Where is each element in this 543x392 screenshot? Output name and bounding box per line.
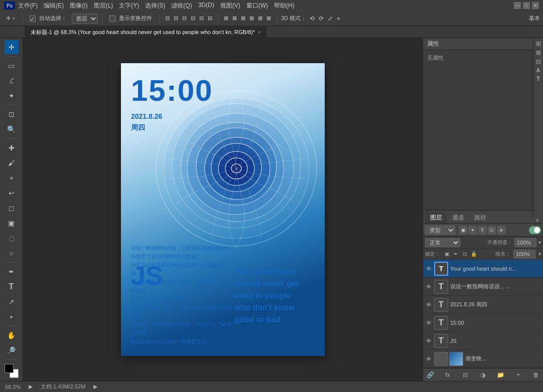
menu-window[interactable]: 窗口(W) — [246, 2, 268, 10]
history-brush-tool-button[interactable]: ↩ — [5, 186, 19, 200]
filter-icon-text[interactable]: T — [478, 226, 486, 234]
align-bottom-btn[interactable]: ⊟ — [206, 13, 214, 25]
lock-position-button[interactable]: ✒ — [452, 251, 459, 258]
layer-item-3[interactable]: 👁 T 15:00 — [423, 314, 543, 332]
marquee-tool-button[interactable]: ▭ — [5, 59, 19, 73]
menu-edit[interactable]: 编辑(E) — [44, 2, 64, 10]
menu-layer[interactable]: 图层(L) — [94, 2, 113, 10]
layer-type-select[interactable]: 图层 — [72, 14, 98, 24]
panel-icon-5[interactable]: ¶ — [536, 75, 539, 81]
fill-arrow[interactable]: ▾ — [538, 251, 541, 257]
panel-icon-1[interactable]: ⊞ — [536, 40, 541, 47]
dodge-tool-button[interactable]: ○ — [5, 246, 19, 260]
clone-tool-button[interactable]: ⌖ — [5, 171, 19, 185]
distribute-v-btn[interactable]: ⊠ — [231, 13, 238, 25]
add-group-button[interactable]: 📁 — [496, 370, 506, 380]
magic-wand-tool-button[interactable]: ✦ — [5, 89, 19, 103]
distribute-h-btn[interactable]: ⊠ — [222, 13, 230, 25]
opacity-input[interactable] — [514, 238, 536, 247]
eyedropper-tool-button[interactable]: 🔍 — [5, 122, 19, 136]
maximize-button[interactable]: □ — [523, 2, 530, 9]
menu-file[interactable]: 文件(F) — [18, 2, 38, 10]
menu-image[interactable]: 图像(I) — [70, 2, 87, 10]
lock-all-button[interactable]: 🔒 — [470, 251, 477, 258]
brush-tool-button[interactable]: 🖌 — [5, 156, 19, 170]
filter-icon-shape[interactable]: ⊡ — [488, 226, 496, 234]
align-left-btn[interactable]: ⊟ — [164, 13, 171, 25]
layer-visibility-2[interactable]: 👁 — [425, 301, 432, 308]
filter-icon-adjust[interactable]: ✦ — [469, 226, 477, 234]
distribute-5-btn[interactable]: ⊠ — [256, 13, 264, 25]
tab-layers[interactable]: 图层 — [425, 212, 447, 223]
menu-text[interactable]: 文字(Y) — [119, 2, 139, 10]
close-button[interactable]: ✕ — [532, 2, 539, 9]
foreground-color-swatch[interactable] — [5, 364, 14, 373]
menu-select[interactable]: 选择(S) — [145, 2, 165, 10]
add-layer-button[interactable]: + — [513, 370, 523, 380]
gradient-tool-button[interactable]: ▣ — [5, 216, 19, 230]
status-arrow[interactable]: ▶ — [29, 383, 33, 390]
text-tool-button[interactable]: T — [5, 280, 19, 294]
align-center-v-btn[interactable]: ⊟ — [198, 13, 205, 25]
menu-filter[interactable]: 滤镜(Q) — [171, 2, 192, 10]
filter-toggle[interactable] — [529, 226, 541, 234]
lock-artboard-button[interactable]: ⊡ — [461, 251, 468, 258]
filter-icon-smart[interactable]: ⊕ — [497, 226, 505, 234]
distribute-6-btn[interactable]: ⊠ — [265, 13, 273, 25]
move-tool[interactable]: ✛ ▾ — [3, 13, 18, 25]
tab-close-button[interactable]: × — [258, 30, 261, 35]
align-center-h-btn[interactable]: ⊟ — [172, 13, 180, 25]
layer-visibility-0[interactable]: 👁 — [425, 265, 432, 272]
delete-layer-button[interactable]: 🗑 — [531, 370, 541, 380]
pen-tool-button[interactable]: ✒ — [5, 265, 19, 279]
layer-visibility-4[interactable]: 👁 — [425, 337, 432, 344]
layer-item-4[interactable]: 👁 T JS — [423, 332, 543, 350]
panel-icon-2[interactable]: ⊠ — [536, 49, 541, 56]
add-adjustment-button[interactable]: ◑ — [478, 370, 488, 380]
opacity-arrow[interactable]: ▾ — [538, 240, 541, 245]
align-top-btn[interactable]: ⊟ — [189, 13, 197, 25]
auto-select-checkbox-container[interactable]: ✓ 自动选择： — [27, 13, 70, 25]
show-transform-checkbox[interactable] — [109, 16, 115, 22]
progress-arrow[interactable]: ▶ — [93, 383, 97, 390]
hand-tool-button[interactable]: ✋ — [5, 328, 19, 342]
menu-bar[interactable]: 文件(F) 编辑(E) 图像(I) 图层(L) 文字(Y) 选择(S) 滤镜(Q… — [18, 2, 295, 10]
move-tool-button[interactable]: ✛ — [5, 40, 19, 54]
minimize-button[interactable]: — — [514, 2, 521, 9]
show-transform-checkbox-container[interactable]: 显示变换控件 — [106, 13, 155, 25]
layer-item-2[interactable]: 👁 T 2021.8.26 周四 — [423, 296, 543, 314]
align-right-btn[interactable]: ⊟ — [181, 13, 188, 25]
mode-btn-2[interactable]: ⟳ — [317, 13, 325, 25]
tab-channels[interactable]: 通道 — [447, 212, 469, 223]
mode-btn-4[interactable]: ⌖ — [335, 13, 342, 25]
tab-paths[interactable]: 路径 — [469, 212, 491, 223]
mode-btn-3[interactable]: ⤢ — [326, 13, 334, 25]
menu-3d[interactable]: 3D(D) — [198, 2, 214, 10]
panel-icon-4[interactable]: A — [536, 67, 540, 73]
layer-visibility-1[interactable]: 👁 — [425, 283, 432, 290]
distribute-3-btn[interactable]: ⊠ — [239, 13, 247, 25]
filter-icon-pixel[interactable]: ▣ — [459, 226, 467, 234]
layer-visibility-5[interactable]: 👁 — [425, 355, 432, 362]
layer-item-1[interactable]: 👁 T 说说一般指网络说说，... — [423, 278, 543, 296]
document-tab[interactable]: 未标题-1 @ 68.3% (Your good heart should ne… — [25, 27, 266, 38]
window-controls[interactable]: — □ ✕ — [514, 2, 539, 9]
add-style-button[interactable]: fx — [443, 370, 453, 380]
add-mask-button[interactable]: ⊟ — [460, 370, 470, 380]
color-swatches[interactable] — [5, 364, 19, 378]
eraser-tool-button[interactable]: ◻ — [5, 201, 19, 215]
shape-tool-button[interactable]: ▪ — [5, 310, 19, 324]
layer-visibility-3[interactable]: 👁 — [425, 319, 432, 326]
menu-help[interactable]: 帮助(H) — [274, 2, 295, 10]
auto-select-checkbox[interactable]: ✓ — [30, 16, 36, 22]
layer-filter-select[interactable]: 类型 — [425, 226, 455, 235]
blur-tool-button[interactable]: ◌ — [5, 231, 19, 245]
panel-icon-3[interactable]: ⊟ — [536, 58, 541, 65]
path-select-tool-button[interactable]: ↗ — [5, 295, 19, 309]
fill-input[interactable] — [513, 250, 535, 259]
blend-mode-select[interactable]: 正常 — [425, 238, 460, 247]
lock-pixel-button[interactable]: ▣ — [443, 251, 450, 258]
healing-tool-button[interactable]: ✚ — [5, 141, 19, 155]
mode-btn-1[interactable]: ⟲ — [308, 13, 316, 25]
lasso-tool-button[interactable]: 𝓛 — [5, 74, 19, 88]
